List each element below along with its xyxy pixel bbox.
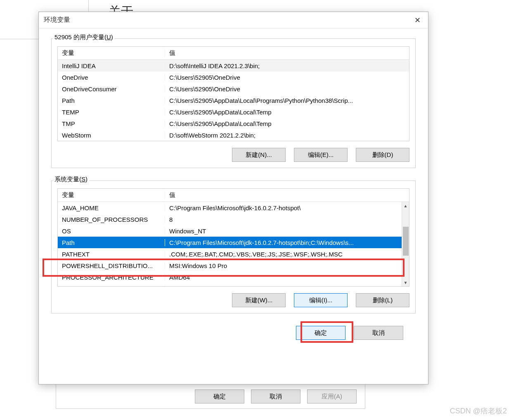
watermark: CSDN @痞老板2 [450,406,507,416]
parent-dialog-footer: 确定 取消 应用(A) [56,384,365,409]
table-row[interactable]: PROCESSOR_ARCHITECTUREAMD64 [58,271,402,283]
user-buttons-row: 新建(N)... 编辑(E)... 删除(D) [57,146,409,162]
parent-cancel-button[interactable]: 取消 [251,389,300,403]
table-row[interactable]: WebStormD:\soft\WebStorm 2021.2.2\bin; [58,129,409,141]
user-group-label: 52905 的用户变量(U) [53,33,115,41]
user-new-button[interactable]: 新建(N)... [232,148,286,162]
table-row[interactable]: OneDriveConsumerC:\Users\52905\OneDrive [58,83,409,95]
scroll-up-icon[interactable]: ▲ [402,202,409,209]
cell-value: C:\Program Files\Microsoft\jdk-16.0.2.7-… [165,204,402,211]
parent-ok-button[interactable]: 确定 [195,389,244,403]
dialog-title: 环境变量 [44,16,70,24]
table-row[interactable]: TEMPC:\Users\52905\AppData\Local\Temp [58,106,409,118]
cell-variable: OS [58,228,165,235]
cell-variable: OneDriveConsumer [58,85,165,93]
cell-variable: Path [58,97,165,104]
cell-variable: PATHEXT [58,251,165,258]
table-row[interactable]: JAVA_HOMEC:\Program Files\Microsoft\jdk-… [58,202,402,214]
scrollbar-thumb[interactable] [403,227,409,256]
cell-variable: TMP [58,120,165,127]
system-group-label: 系统变量(S) [53,176,89,183]
user-variables-table[interactable]: 变量 值 IntelliJ IDEAD:\soft\IntelliJ IDEA … [57,46,409,141]
table-row[interactable]: OSWindows_NT [58,225,402,237]
cell-value: D:\soft\IntelliJ IDEA 2021.2.3\bin; [165,62,409,69]
table-row[interactable]: IntelliJ IDEAD:\soft\IntelliJ IDEA 2021.… [58,60,409,71]
cell-variable: Path [58,239,165,246]
system-delete-button[interactable]: 删除(L) [356,293,409,307]
cell-variable: IntelliJ IDEA [58,62,165,69]
close-icon[interactable]: ✕ [412,14,423,26]
user-edit-button[interactable]: 编辑(E)... [294,148,348,162]
column-header-value[interactable]: 值 [165,49,409,57]
system-new-button[interactable]: 新建(W)... [232,293,286,307]
column-header-variable[interactable]: 变量 [58,191,165,199]
system-variables-group: 系统变量(S) 变量 值 JAVA_HOMEC:\Program Files\M… [51,180,416,313]
cancel-button[interactable]: 取消 [354,326,403,340]
ok-button[interactable]: 确定 [296,326,345,340]
cell-value: 8 [165,216,402,223]
user-delete-button[interactable]: 删除(D) [356,148,409,162]
cell-value: AMD64 [165,274,402,281]
cell-variable: PROCESSOR_ARCHITECTURE [58,274,165,281]
user-variables-group: 52905 的用户变量(U) 变量 值 IntelliJ IDEAD:\soft… [51,38,416,168]
cell-variable: POWERSHELL_DISTRIBUTIO... [58,262,165,269]
table-row[interactable]: TMPC:\Users\52905\AppData\Local\Temp [58,118,409,129]
cell-value: C:\Program Files\Microsoft\jdk-16.0.2.7-… [165,239,402,246]
cell-value: C:\Users\52905\OneDrive [165,74,409,81]
table-row[interactable]: PATHEXT.COM;.EXE;.BAT;.CMD;.VBS;.VBE;.JS… [58,248,402,260]
cell-value: C:\Users\52905\AppData\Local\Programs\Py… [165,97,409,104]
system-table-header: 变量 值 [58,189,409,202]
system-variables-table[interactable]: 变量 值 JAVA_HOMEC:\Program Files\Microsoft… [57,188,409,287]
cell-variable: JAVA_HOME [58,204,165,211]
cell-value: MSI:Windows 10 Pro [165,262,402,269]
cell-value: Windows_NT [165,228,402,235]
user-table-header: 变量 值 [58,47,409,60]
parent-apply-button[interactable]: 应用(A) [307,389,357,403]
dialog-footer-buttons: 确定 取消 [51,326,416,340]
cell-value: D:\soft\WebStorm 2021.2.2\bin; [165,132,409,139]
table-row[interactable]: PathC:\Program Files\Microsoft\jdk-16.0.… [58,237,402,248]
environment-variables-dialog: 环境变量 ✕ 52905 的用户变量(U) 变量 值 IntelliJ IDEA… [38,12,428,384]
cell-value: Intel64 Family 6 Model 140 Stepping 1, G… [165,285,402,287]
table-row[interactable]: PROCESSOR_IDENTIFIERIntel64 Family 6 Mod… [58,283,402,287]
table-row[interactable]: OneDriveC:\Users\52905\OneDrive [58,71,409,83]
table-row[interactable]: PathC:\Users\52905\AppData\Local\Program… [58,95,409,106]
cell-value: C:\Users\52905\AppData\Local\Temp [165,109,409,116]
scroll-down-icon[interactable]: ▼ [402,279,409,286]
cell-value: C:\Users\52905\OneDrive [165,85,409,93]
cell-value: .COM;.EXE;.BAT;.CMD;.VBS;.VBE;.JS;.JSE;.… [165,251,402,258]
system-buttons-row: 新建(W)... 编辑(I)... 删除(L) [57,292,409,307]
dialog-content: 52905 的用户变量(U) 变量 值 IntelliJ IDEAD:\soft… [39,28,428,384]
cell-variable: PROCESSOR_IDENTIFIER [58,285,165,287]
cell-variable: OneDrive [58,74,165,81]
table-row[interactable]: POWERSHELL_DISTRIBUTIO...MSI:Windows 10 … [58,260,402,271]
column-header-value[interactable]: 值 [165,191,409,199]
cell-value: C:\Users\52905\AppData\Local\Temp [165,120,409,127]
table-row[interactable]: NUMBER_OF_PROCESSORS8 [58,214,402,225]
dialog-titlebar: 环境变量 ✕ [39,12,428,28]
cell-variable: WebStorm [58,132,165,139]
column-header-variable[interactable]: 变量 [58,49,165,57]
cell-variable: TEMP [58,109,165,116]
system-table-scrollbar[interactable]: ▲ ▼ [402,202,409,286]
cell-variable: NUMBER_OF_PROCESSORS [58,216,165,223]
system-edit-button[interactable]: 编辑(I)... [294,293,348,307]
